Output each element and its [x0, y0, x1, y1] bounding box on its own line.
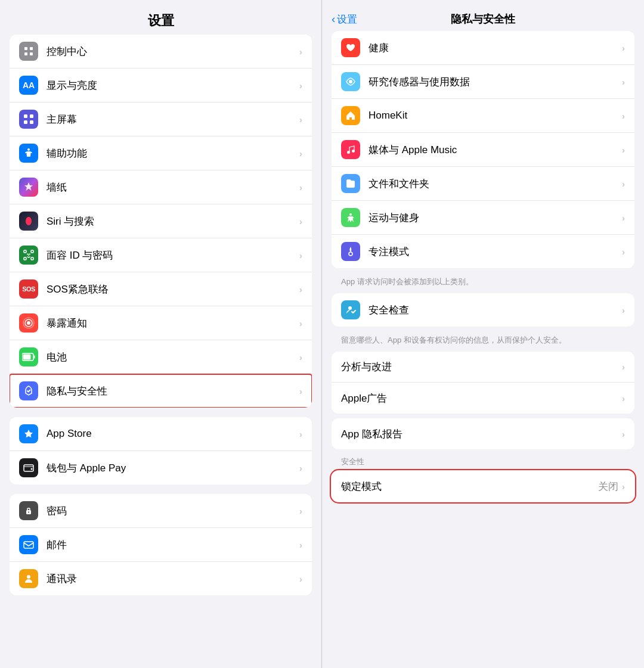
homekit-icon — [341, 106, 360, 125]
files-label: 文件和文件夹 — [369, 177, 622, 191]
chevron-icon: › — [622, 213, 625, 223]
sidebar-item-wallpaper[interactable]: 墙纸 › — [10, 170, 312, 204]
svg-rect-21 — [34, 356, 35, 359]
control-center-label: 控制中心 — [47, 45, 299, 58]
sidebar-item-sos[interactable]: SOS SOS紧急联络 › — [10, 272, 312, 306]
focus-icon — [341, 242, 360, 261]
contacts-label: 通讯录 — [47, 572, 299, 586]
app-privacy-report-label: App 隐私报告 — [341, 427, 622, 441]
chevron-icon: › — [622, 145, 625, 155]
sidebar-item-app-store[interactable]: App Store › — [10, 417, 312, 451]
health-label: 健康 — [369, 41, 622, 55]
chevron-icon: › — [622, 481, 625, 492]
right-item-focus[interactable]: 专注模式 › — [332, 235, 634, 268]
media-music-label: 媒体与 Apple Music — [369, 143, 622, 157]
svg-rect-5 — [30, 114, 33, 118]
exposure-icon — [19, 313, 38, 333]
svg-rect-3 — [30, 52, 33, 55]
right-item-homekit[interactable]: HomeKit › — [332, 99, 634, 133]
chevron-icon: › — [299, 463, 302, 473]
svg-point-31 — [352, 150, 355, 153]
chevron-icon: › — [299, 216, 302, 226]
sidebar-item-accessibility[interactable]: 辅助功能 › — [10, 136, 312, 170]
chevron-icon: › — [299, 540, 302, 550]
app-store-icon — [19, 424, 38, 443]
chevron-icon: › — [299, 114, 302, 125]
app-categories-note: App 请求访问时会被添加到以上类别。 — [332, 273, 634, 293]
chevron-icon: › — [299, 182, 302, 192]
sidebar-item-exposure[interactable]: 暴露通知 › — [10, 306, 312, 340]
right-panel: ‹ 设置 隐私与安全性 健康 › — [322, 0, 644, 668]
chevron-icon: › — [622, 393, 625, 403]
sidebar-item-face-id[interactable]: 面容 ID 与密码 › — [10, 238, 312, 272]
sidebar-item-privacy[interactable]: 隐私与安全性 › — [10, 374, 312, 408]
svg-point-26 — [28, 512, 29, 513]
chevron-icon: › — [622, 429, 625, 439]
sidebar-item-mail[interactable]: 邮件 › — [10, 528, 312, 562]
chevron-icon: › — [299, 429, 302, 439]
settings-group-3: 密码 › 邮件 › 通讯录 › — [10, 494, 312, 595]
chevron-icon: › — [299, 352, 302, 362]
chevron-icon: › — [299, 386, 302, 396]
svg-point-34 — [348, 306, 352, 310]
analytics-label: 分析与改进 — [341, 360, 622, 374]
sidebar-item-siri[interactable]: Siri 与搜索 › — [10, 204, 312, 238]
right-item-research[interactable]: 研究传感器与使用数据 › — [332, 65, 634, 99]
right-item-fitness[interactable]: 运动与健身 › — [332, 201, 634, 235]
left-panel: 设置 控制中心 › AA 显示与亮度 › — [0, 0, 322, 668]
right-item-lockdown-mode[interactable]: 锁定模式 关闭 › — [332, 471, 634, 502]
chevron-icon: › — [299, 506, 302, 516]
svg-rect-13 — [31, 257, 33, 260]
sidebar-item-display[interactable]: AA 显示与亮度 › — [10, 69, 312, 102]
privacy-label: 隐私与安全性 — [47, 384, 299, 398]
svg-rect-11 — [31, 250, 33, 253]
control-center-icon — [19, 42, 38, 61]
battery-icon — [19, 347, 38, 366]
wallpaper-icon — [19, 178, 38, 197]
sidebar-item-contacts[interactable]: 通讯录 › — [10, 562, 312, 595]
svg-rect-2 — [24, 52, 27, 55]
homekit-label: HomeKit — [369, 110, 622, 122]
apple-ads-label: Apple广告 — [341, 392, 622, 405]
right-item-safety-check[interactable]: 安全检查 › — [332, 293, 634, 327]
right-item-app-privacy-report[interactable]: App 隐私报告 › — [332, 418, 634, 449]
right-group-lockdown: 锁定模式 关闭 › — [332, 471, 634, 502]
svg-point-8 — [27, 148, 30, 151]
back-label: 设置 — [337, 13, 357, 26]
right-group-apps: 健康 › 研究传感器与使用数据 › HomeKit — [332, 31, 634, 268]
left-panel-title: 设置 — [0, 0, 321, 35]
sidebar-item-battery[interactable]: 电池 › — [10, 340, 312, 374]
display-icon: AA — [19, 76, 38, 95]
sidebar-item-passwords[interactable]: 密码 › — [10, 494, 312, 528]
svg-point-30 — [347, 151, 350, 154]
sidebar-item-wallet[interactable]: 钱包与 Apple Pay › — [10, 451, 312, 484]
siri-label: Siri 与搜索 — [47, 215, 299, 228]
passwords-label: 密码 — [47, 504, 299, 518]
svg-rect-23 — [24, 465, 33, 471]
settings-group-1: 控制中心 › AA 显示与亮度 › 主屏幕 › — [10, 35, 312, 408]
right-item-files[interactable]: 文件和文件夹 › — [332, 167, 634, 201]
chevron-icon: › — [299, 250, 302, 260]
health-icon — [341, 38, 360, 57]
safety-check-icon — [341, 300, 360, 319]
svg-point-24 — [31, 468, 33, 470]
right-item-health[interactable]: 健康 › — [332, 31, 634, 65]
chevron-icon: › — [622, 362, 625, 372]
contacts-icon — [19, 569, 38, 588]
svg-rect-1 — [30, 47, 33, 50]
battery-label: 电池 — [47, 350, 299, 364]
passwords-icon — [19, 501, 38, 520]
sos-label: SOS紧急联络 — [47, 282, 299, 296]
right-item-media-music[interactable]: 媒体与 Apple Music › — [332, 133, 634, 167]
mail-label: 邮件 — [47, 538, 299, 552]
chevron-icon: › — [299, 574, 302, 584]
right-item-analytics[interactable]: 分析与改进 › — [332, 352, 634, 383]
back-button[interactable]: ‹ 设置 — [332, 13, 357, 26]
right-item-apple-ads[interactable]: Apple广告 › — [332, 383, 634, 414]
accessibility-label: 辅助功能 — [47, 147, 299, 160]
sos-icon: SOS — [19, 279, 38, 299]
sidebar-item-control-center[interactable]: 控制中心 › — [10, 35, 312, 69]
siri-icon — [19, 212, 38, 231]
sidebar-item-home-screen[interactable]: 主屏幕 › — [10, 102, 312, 136]
face-id-label: 面容 ID 与密码 — [47, 248, 299, 262]
